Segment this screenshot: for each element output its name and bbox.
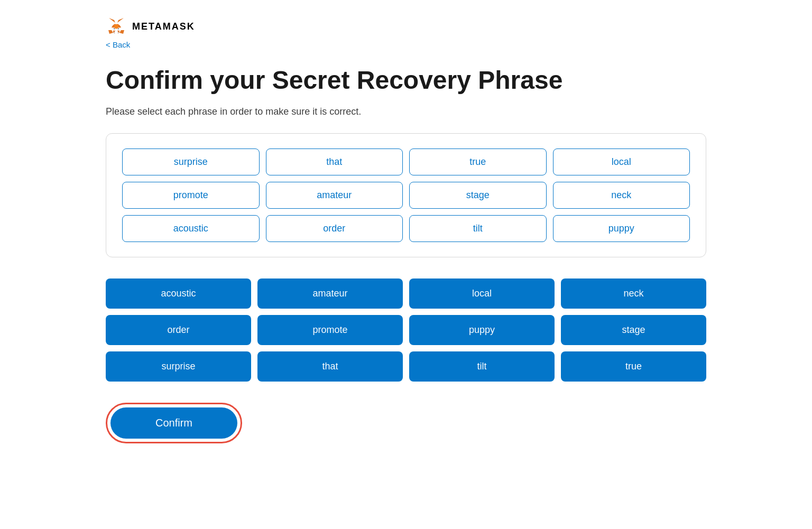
drop-zone-chip[interactable]: true xyxy=(409,149,547,175)
confirm-button-wrapper: Confirm xyxy=(106,403,242,443)
drop-zone-chip[interactable]: puppy xyxy=(553,215,690,242)
word-bank-chip[interactable]: acoustic xyxy=(106,279,251,309)
word-bank-chip[interactable]: surprise xyxy=(106,351,251,382)
word-bank-chip[interactable]: neck xyxy=(561,279,706,309)
page-title: Confirm your Secret Recovery Phrase xyxy=(106,65,706,96)
phrase-drop-zone: surprisethattruelocalpromoteamateurstage… xyxy=(106,133,706,257)
svg-point-16 xyxy=(114,24,118,29)
word-bank-chip[interactable]: promote xyxy=(257,315,403,345)
svg-marker-0 xyxy=(117,18,124,23)
drop-zone-chip[interactable]: stage xyxy=(409,182,547,209)
page-subtitle: Please select each phrase in order to ma… xyxy=(106,106,706,117)
confirm-button[interactable]: Confirm xyxy=(110,407,237,439)
word-bank-chip[interactable]: tilt xyxy=(409,351,555,382)
drop-zone-chip[interactable]: tilt xyxy=(409,215,547,242)
drop-zone-chip[interactable]: amateur xyxy=(266,182,403,209)
svg-marker-2 xyxy=(119,30,124,34)
svg-marker-11 xyxy=(118,29,119,30)
word-bank-chip[interactable]: that xyxy=(257,351,403,382)
drop-zone-chip[interactable]: surprise xyxy=(122,149,260,175)
drop-zone-chip[interactable]: promote xyxy=(122,182,260,209)
svg-marker-3 xyxy=(108,30,113,34)
svg-marker-10 xyxy=(113,29,115,30)
svg-marker-1 xyxy=(109,18,115,23)
word-bank-chip[interactable]: amateur xyxy=(257,279,403,309)
drop-zone-chip[interactable]: local xyxy=(553,149,690,175)
word-bank-chip[interactable]: stage xyxy=(561,315,706,345)
word-bank-chip[interactable]: order xyxy=(106,315,251,345)
phrase-grid: surprisethattruelocalpromoteamateurstage… xyxy=(122,149,690,242)
back-link[interactable]: < Back xyxy=(106,40,130,49)
word-bank: acousticamateurlocalneckorderpromotepupp… xyxy=(106,279,706,382)
drop-zone-chip[interactable]: order xyxy=(266,215,403,242)
header: METAMASK < Back xyxy=(106,16,706,49)
word-bank-chip[interactable]: local xyxy=(409,279,555,309)
drop-zone-chip[interactable]: that xyxy=(266,149,403,175)
drop-zone-chip[interactable]: acoustic xyxy=(122,215,260,242)
word-bank-chip[interactable]: true xyxy=(561,351,706,382)
logo-text: METAMASK xyxy=(132,21,195,32)
metamask-logo-icon xyxy=(106,16,127,37)
word-bank-chip[interactable]: puppy xyxy=(409,315,555,345)
drop-zone-chip[interactable]: neck xyxy=(553,182,690,209)
logo-row: METAMASK xyxy=(106,16,195,37)
